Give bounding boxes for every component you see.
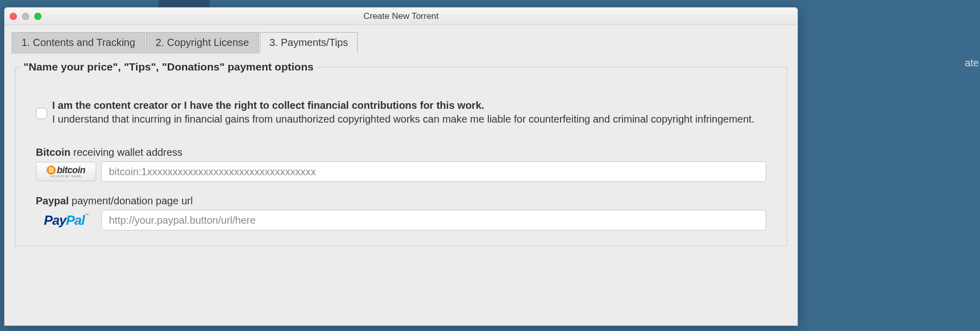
disclaimer-checkbox[interactable]: [36, 108, 47, 119]
paypal-label-strong: Paypal: [36, 195, 69, 206]
paypal-icon: PayPal™: [44, 212, 88, 228]
payment-options-group: "Name your price", "Tips", "Donations" p…: [15, 61, 787, 246]
minimize-icon[interactable]: [22, 13, 29, 20]
titlebar: Create New Torrent: [5, 8, 797, 25]
background-text-fragment: ate: [965, 57, 980, 69]
window-controls: [10, 13, 41, 20]
bitcoin-field: Bitcoin receiving wallet address B bitco…: [36, 147, 766, 182]
disclaimer-row: I am the content creator or I have the r…: [36, 99, 766, 126]
tab-copyright-license[interactable]: 2. Copyright License: [146, 32, 258, 54]
bitcoin-logo-subtext: ACCEPTED HERE: [51, 175, 81, 178]
paypal-label: Paypal payment/donation page url: [36, 195, 766, 207]
bitcoin-logo-text: bitcoin: [57, 166, 85, 175]
bitcoin-label-strong: Bitcoin: [36, 147, 71, 158]
maximize-icon[interactable]: [34, 13, 41, 20]
paypal-label-rest: payment/donation page url: [69, 195, 192, 206]
tab-contents-and-tracking[interactable]: 1. Contents and Tracking: [12, 32, 145, 54]
disclaimer-line1: I am the content creator or I have the r…: [52, 99, 754, 112]
group-title: "Name your price", "Tips", "Donations" p…: [20, 61, 317, 73]
tab-panel-payments: "Name your price", "Tips", "Donations" p…: [5, 54, 797, 325]
paypal-url-input[interactable]: [101, 210, 766, 230]
tab-bar: 1. Contents and Tracking 2. Copyright Li…: [5, 25, 797, 54]
paypal-field: Paypal payment/donation page url PayPal™: [36, 195, 766, 230]
disclaimer-text: I am the content creator or I have the r…: [52, 99, 754, 126]
paypal-logo-part2: Pal: [66, 212, 84, 228]
paypal-tm: ™: [85, 213, 88, 218]
tab-payments-tips[interactable]: 3. Payments/Tips: [260, 32, 358, 54]
disclaimer-line2: I understand that incurring in financial…: [52, 113, 754, 125]
bitcoin-address-input[interactable]: [101, 161, 766, 182]
close-icon[interactable]: [10, 13, 17, 20]
paypal-logo-badge: PayPal™: [36, 210, 96, 230]
bitcoin-label: Bitcoin receiving wallet address: [36, 147, 766, 158]
bitcoin-coin-icon: B: [47, 166, 56, 175]
bitcoin-icon: B bitcoin ACCEPTED HERE: [47, 166, 85, 178]
paypal-logo-part1: Pay: [44, 212, 66, 228]
bitcoin-label-rest: receiving wallet address: [71, 147, 183, 158]
dialog-window: Create New Torrent 1. Contents and Track…: [4, 7, 798, 326]
background-app-bar: [0, 0, 980, 7]
bitcoin-input-row: B bitcoin ACCEPTED HERE: [36, 161, 766, 182]
bitcoin-logo-badge: B bitcoin ACCEPTED HERE: [36, 162, 96, 181]
window-title: Create New Torrent: [5, 11, 797, 21]
paypal-input-row: PayPal™: [36, 210, 766, 230]
